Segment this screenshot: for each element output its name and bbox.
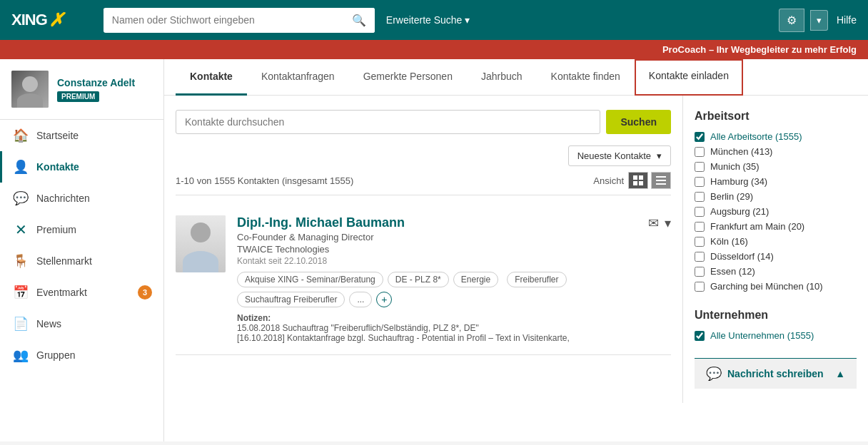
more-actions-chevron-icon[interactable]: ▾	[665, 215, 671, 231]
contact-tags: Akquise XING - Seminar/Beratung DE - PLZ…	[237, 272, 637, 307]
tag-0[interactable]: Akquise XING - Seminar/Beratung	[237, 272, 383, 287]
grid-view-button[interactable]	[628, 172, 648, 189]
sidebar-nav: 🏠 Startseite 👤 Kontakte 💬 Nachrichten ✕ …	[0, 120, 163, 371]
filter-alle-unternehmen[interactable]: Alle Unternehmen (1555)	[695, 330, 857, 341]
tag-add-button[interactable]: +	[376, 292, 392, 307]
sidebar-item-stellenmarkt[interactable]: 🪑 Stellenmarkt	[0, 245, 163, 277]
sidebar-item-gruppen[interactable]: 👥 Gruppen	[0, 339, 163, 371]
arbeitsort-title: Arbeitsort	[695, 110, 857, 123]
header: XING ✗ 🔍 Erweiterte Suche ▾ ⚙ ▾ Hilfe	[0, 0, 868, 40]
sidebar-item-kontakte[interactable]: 👤 Kontakte	[0, 151, 163, 183]
user-info: Constanze Adelt PREMIUM	[57, 77, 152, 102]
sidebar-item-startseite[interactable]: 🏠 Startseite	[0, 120, 163, 151]
hilfe-link[interactable]: Hilfe	[837, 14, 857, 26]
right-sidebar: Arbeitsort Alle Arbeitsorte (1555) Münch…	[682, 96, 868, 403]
filter-checkbox[interactable]	[695, 331, 705, 341]
filter-hamburg[interactable]: Hamburg (34)	[695, 176, 857, 187]
user-name[interactable]: Constanze Adelt	[57, 77, 152, 88]
messages-icon: 💬	[14, 191, 28, 205]
header-right: ⚙ ▾ Hilfe	[779, 9, 857, 32]
sort-dropdown[interactable]: Neueste Kontakte ▾	[568, 145, 671, 166]
tab-kontakte-finden[interactable]: Kontakte finden	[537, 59, 635, 96]
svg-rect-4	[656, 176, 666, 178]
global-search-bar: 🔍	[104, 8, 375, 33]
filter-checkbox[interactable]	[695, 192, 705, 202]
home-icon: 🏠	[14, 128, 28, 143]
tag-3[interactable]: Freiberufler	[507, 272, 566, 287]
tag-2[interactable]: Energie	[453, 272, 498, 287]
sidebar-item-news[interactable]: 📄 News	[0, 308, 163, 339]
filter-alle-arbeitsorte[interactable]: Alle Arbeitsorte (1555)	[695, 131, 857, 142]
sidebar-item-label: Premium	[36, 224, 76, 235]
tag-1[interactable]: DE - PLZ 8*	[388, 272, 449, 287]
sidebar-item-nachrichten[interactable]: 💬 Nachrichten	[0, 183, 163, 214]
filter-essen[interactable]: Essen (12)	[695, 266, 857, 277]
sidebar-item-premium[interactable]: ✕ Premium	[0, 214, 163, 245]
premium-badge: PREMIUM	[57, 91, 99, 102]
content-area: Suchen Neueste Kontakte ▾ 1-10 von 1555 …	[164, 96, 868, 403]
tag-4[interactable]: Suchauftrag Freiberufler	[237, 292, 345, 307]
events-icon: 📅	[14, 285, 28, 300]
filter-garching[interactable]: Garching bei München (10)	[695, 281, 857, 292]
filter-checkbox[interactable]	[695, 162, 705, 172]
settings-dropdown-button[interactable]: ▾	[810, 10, 828, 31]
avatar-image	[11, 71, 49, 108]
filter-checkbox[interactable]	[695, 282, 705, 292]
contact-name[interactable]: Dipl.-Ing. Michael Baumann	[237, 215, 637, 230]
mail-icon[interactable]: ✉	[648, 215, 659, 231]
settings-button[interactable]: ⚙	[779, 9, 804, 32]
filter-checkbox[interactable]	[695, 207, 705, 217]
contact-title: Co-Founder & Managing Director	[237, 232, 637, 242]
message-button-label: Nachricht schreiben	[727, 368, 824, 379]
message-bar[interactable]: 💬 Nachricht schreiben ▲	[695, 358, 857, 389]
note-line-2: [16.10.2018] Kontaktanfrage bzgl. Suchau…	[237, 333, 570, 343]
filter-checkbox[interactable]	[695, 237, 705, 247]
filter-checkbox[interactable]	[695, 177, 705, 187]
contact-info: Dipl.-Ing. Michael Baumann Co-Founder & …	[237, 215, 637, 343]
list-view-button[interactable]	[651, 172, 671, 189]
filter-koeln[interactable]: Köln (16)	[695, 236, 857, 247]
svg-rect-0	[633, 175, 637, 180]
filter-duesseldorf[interactable]: Düsseldorf (14)	[695, 251, 857, 262]
filter-checkbox[interactable]	[695, 132, 705, 142]
global-search-input[interactable]	[104, 9, 343, 31]
contact-search-input[interactable]	[176, 110, 600, 134]
tab-kontaktanfragen[interactable]: Kontaktanfragen	[247, 59, 349, 96]
sidebar-item-label: Nachrichten	[36, 193, 90, 204]
avatar	[11, 71, 49, 108]
sort-bar: Neueste Kontakte ▾	[176, 145, 671, 166]
tab-gemerkte-personen[interactable]: Gemerkte Personen	[349, 59, 467, 96]
sidebar-item-label: Gruppen	[36, 349, 75, 361]
sidebar-item-label: Startseite	[36, 130, 79, 141]
filter-label: Alle Unternehmen (1555)	[710, 330, 814, 341]
sidebar-item-eventmarkt[interactable]: 📅 Eventmarkt 3	[0, 277, 163, 308]
tab-kontakte[interactable]: Kontakte	[176, 59, 247, 96]
promo-bar[interactable]: ProCoach – Ihr Wegbegleiter zu mehr Erfo…	[0, 40, 868, 59]
filter-berlin[interactable]: Berlin (29)	[695, 191, 857, 202]
logo-x-icon: ✗	[49, 9, 64, 31]
filter-munich[interactable]: Munich (35)	[695, 161, 857, 172]
logo[interactable]: XING ✗	[11, 9, 64, 31]
filter-checkbox[interactable]	[695, 222, 705, 232]
contact-avatar-image	[176, 215, 226, 272]
filter-muenchen[interactable]: München (413)	[695, 146, 857, 157]
filter-checkbox[interactable]	[695, 267, 705, 277]
filter-checkbox[interactable]	[695, 147, 705, 157]
count-bar: 1-10 von 1555 Kontakten (insgesamt 1555)…	[176, 172, 671, 195]
filter-augsburg[interactable]: Augsburg (21)	[695, 206, 857, 217]
groups-icon: 👥	[14, 348, 28, 362]
advanced-search[interactable]: Erweiterte Suche ▾	[386, 14, 470, 26]
suchen-button[interactable]: Suchen	[606, 110, 671, 134]
filter-label: Düsseldorf (14)	[710, 251, 774, 262]
global-search-button[interactable]: 🔍	[343, 8, 375, 33]
main-layout: Constanze Adelt PREMIUM 🏠 Startseite 👤 K…	[0, 59, 868, 441]
contact-actions: ✉ ▾	[648, 215, 671, 231]
tag-more[interactable]: ...	[349, 292, 372, 307]
tab-kontakte-einladen[interactable]: Kontakte einladen	[635, 59, 743, 96]
filter-checkbox[interactable]	[695, 252, 705, 262]
filter-label: Augsburg (21)	[710, 206, 769, 217]
contact-date: Kontakt seit 22.10.2018	[237, 256, 637, 266]
ansicht-label: Ansicht	[593, 175, 624, 186]
tab-jahrbuch[interactable]: Jahrbuch	[467, 59, 537, 96]
filter-frankfurt[interactable]: Frankfurt am Main (20)	[695, 221, 857, 232]
